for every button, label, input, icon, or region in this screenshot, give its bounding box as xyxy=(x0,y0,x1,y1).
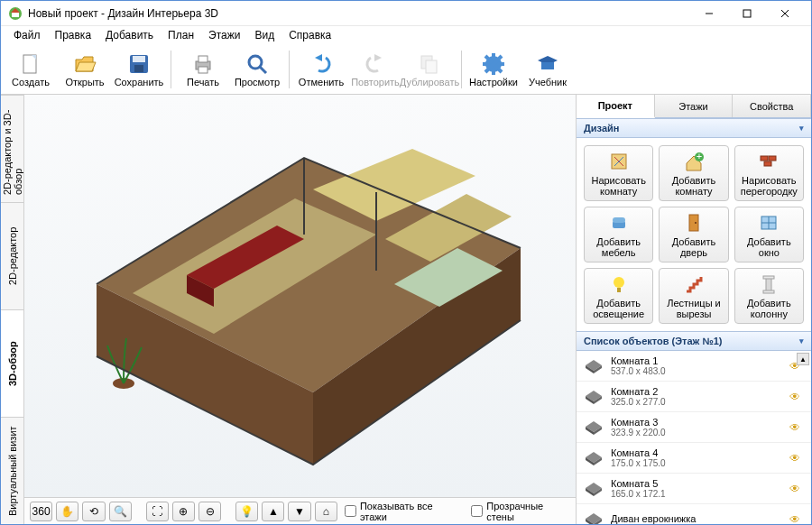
zoomout-button[interactable]: ⊖ xyxy=(198,502,221,521)
svg-rect-52 xyxy=(613,217,625,223)
visibility-icon[interactable]: 👁 xyxy=(789,483,804,495)
settings-button[interactable]: Настройки xyxy=(467,46,520,93)
vtab-2d[interactable]: 2D-редактор xyxy=(1,202,23,309)
draw-room-button[interactable]: Нарисовать комнату xyxy=(584,145,653,201)
menu-add[interactable]: Добавить xyxy=(98,27,161,43)
svg-rect-4 xyxy=(743,10,751,17)
room-icon xyxy=(584,389,604,405)
vtab-3d[interactable]: 3D-обзор xyxy=(1,309,23,417)
add-door-button[interactable]: Добавить дверь xyxy=(659,207,728,262)
svg-point-58 xyxy=(614,277,624,288)
scroll-up-icon[interactable]: ▲ xyxy=(797,353,809,365)
svg-rect-49 xyxy=(769,156,776,161)
object-row[interactable]: Комната 5165.0 x 172.1👁 xyxy=(577,474,811,504)
zoom-button[interactable]: 🔍 xyxy=(109,502,132,521)
svg-rect-28 xyxy=(541,62,554,69)
save-button[interactable]: Сохранить xyxy=(113,46,165,93)
down-button[interactable]: ▼ xyxy=(288,502,310,521)
new-button[interactable]: Создать xyxy=(5,46,57,93)
menubar: Файл Правка Добавить План Этажи Вид Спра… xyxy=(1,26,811,44)
view-toolbar: 360 ✋ ⟲ 🔍 ⛶ ⊕ ⊖ 💡 ▲ ▼ ⌂ Показывать все э… xyxy=(24,497,576,524)
svg-rect-1 xyxy=(12,13,19,17)
close-button[interactable] xyxy=(766,2,804,25)
objects-group-header[interactable]: Список объектов (Этаж №1) xyxy=(577,331,811,351)
design-group-header[interactable]: Дизайн xyxy=(577,118,811,138)
svg-rect-62 xyxy=(763,290,774,293)
object-row[interactable]: Комната 3323.9 x 220.0👁 xyxy=(577,412,811,443)
pan-button[interactable]: ✋ xyxy=(56,502,78,521)
redo-button: Повторить xyxy=(349,46,401,93)
object-row[interactable]: Диван еврокнижка👁 xyxy=(577,504,811,524)
toolbar: Создать Открыть Сохранить Печать Просмот… xyxy=(1,44,811,95)
up-button[interactable]: ▲ xyxy=(262,502,284,521)
transparent-walls-checkbox[interactable]: Прозрачные стены xyxy=(471,501,570,522)
minimize-button[interactable] xyxy=(690,2,728,25)
print-button[interactable]: Печать xyxy=(177,46,229,93)
tab-properties[interactable]: Свойства xyxy=(733,95,811,117)
fit-button[interactable]: ⛶ xyxy=(146,502,169,521)
visibility-icon[interactable]: 👁 xyxy=(789,421,804,434)
svg-line-16 xyxy=(260,67,266,73)
3d-viewport[interactable] xyxy=(24,95,576,497)
room-icon xyxy=(584,481,604,497)
menu-floors[interactable]: Этажи xyxy=(201,27,247,43)
svg-marker-18 xyxy=(374,54,382,61)
add-window-button[interactable]: Добавить окно xyxy=(734,207,804,262)
menu-plan[interactable]: План xyxy=(161,27,201,43)
visibility-icon[interactable]: 👁 xyxy=(789,391,804,403)
svg-rect-50 xyxy=(764,161,771,166)
object-row[interactable]: Комната 1537.0 x 483.0👁 xyxy=(577,351,811,382)
add-room-button[interactable]: +Добавить комнату xyxy=(659,145,728,201)
light-button[interactable]: 💡 xyxy=(235,502,258,521)
open-button[interactable]: Открыть xyxy=(59,46,111,93)
home-button[interactable]: ⌂ xyxy=(315,502,337,521)
vtab-2d-3d[interactable]: 2D-редактор и 3D-обзор xyxy=(1,95,23,202)
tab-floors[interactable]: Этажи xyxy=(655,95,734,117)
floorplan-3d-icon xyxy=(51,104,530,483)
svg-rect-10 xyxy=(133,56,145,62)
object-row[interactable]: Комната 2325.0 x 277.0👁 xyxy=(577,382,811,412)
svg-rect-59 xyxy=(617,288,621,292)
show-all-floors-checkbox[interactable]: Показывать все этажи xyxy=(345,501,458,522)
svg-rect-7 xyxy=(23,55,36,73)
svg-rect-48 xyxy=(761,156,768,161)
duplicate-button: Дублировать xyxy=(403,46,456,93)
svg-rect-61 xyxy=(763,276,774,279)
svg-rect-53 xyxy=(689,215,698,231)
room-icon xyxy=(584,419,604,436)
object-row[interactable]: Комната 4175.0 x 175.0👁 xyxy=(577,443,811,474)
add-lighting-button[interactable]: Добавить освещение xyxy=(584,268,653,324)
menu-view[interactable]: Вид xyxy=(247,27,281,43)
add-column-button[interactable]: Добавить колонну xyxy=(734,268,804,324)
svg-point-54 xyxy=(695,222,697,224)
svg-point-15 xyxy=(249,56,262,69)
vtab-virtual[interactable]: Виртуальный визит xyxy=(1,417,23,524)
visibility-icon[interactable]: 👁 xyxy=(789,513,804,525)
menu-file[interactable]: Файл xyxy=(6,27,48,43)
svg-rect-13 xyxy=(198,56,208,62)
right-panel: Проект Этажи Свойства Дизайн Нарисовать … xyxy=(577,95,811,524)
svg-rect-20 xyxy=(426,60,437,73)
stairs-button[interactable]: Лестницы и вырезы xyxy=(659,268,728,324)
object-list[interactable]: ▲ Комната 1537.0 x 483.0👁Комната 2325.0 … xyxy=(577,351,811,524)
window-title: Новый проект - Дизайн Интерьера 3D xyxy=(28,7,690,20)
add-furniture-button[interactable]: Добавить мебель xyxy=(584,207,653,262)
room-icon xyxy=(584,358,604,374)
app-icon xyxy=(8,6,23,21)
menu-edit[interactable]: Правка xyxy=(48,27,99,43)
draw-wall-button[interactable]: Нарисовать перегородку xyxy=(734,145,804,201)
orbit-button[interactable]: ⟲ xyxy=(82,502,105,521)
svg-rect-14 xyxy=(198,67,208,73)
preview-button[interactable]: Просмотр xyxy=(231,46,283,93)
tutor-button[interactable]: Учебник xyxy=(521,46,574,93)
tab-project[interactable]: Проект xyxy=(577,95,655,118)
room-icon xyxy=(584,511,604,525)
menu-help[interactable]: Справка xyxy=(281,27,338,43)
visibility-icon[interactable]: 👁 xyxy=(789,452,804,465)
svg-marker-17 xyxy=(315,54,322,61)
rotate360-button[interactable]: 360 xyxy=(30,502,52,521)
undo-button[interactable]: Отменить xyxy=(295,46,347,93)
maximize-button[interactable] xyxy=(728,2,766,25)
svg-text:+: + xyxy=(697,151,702,161)
zoomin-button[interactable]: ⊕ xyxy=(172,502,195,521)
